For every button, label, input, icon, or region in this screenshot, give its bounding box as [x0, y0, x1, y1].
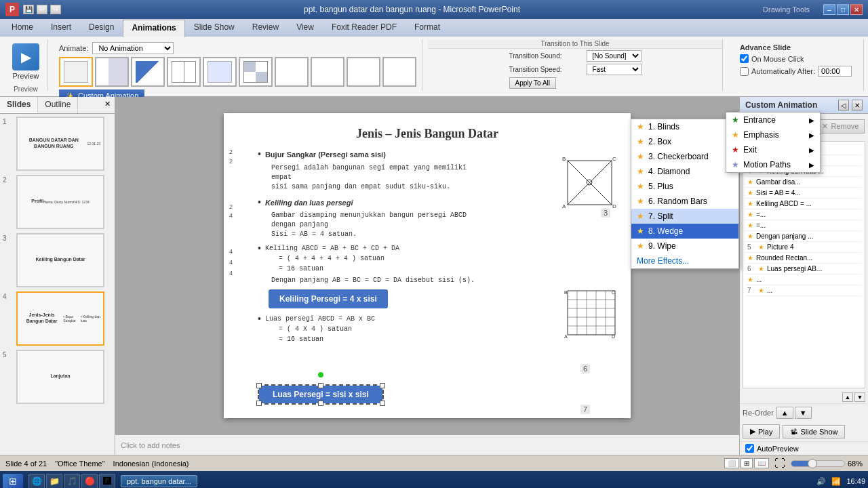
- slide-item-2[interactable]: 2 Profil Nama: Diony Nurmri NIS: 1234: [3, 175, 112, 229]
- preview-button[interactable]: ▶ Preview: [9, 41, 42, 83]
- reading-view-btn[interactable]: 📖: [754, 458, 769, 468]
- quick-save-btn[interactable]: 💾: [23, 5, 34, 14]
- dropdown-diamond[interactable]: ★ 4. Diamond: [631, 164, 738, 179]
- trans-thumb-4[interactable]: [167, 57, 201, 87]
- anim-item-4[interactable]: ★ Gambar disa...: [746, 177, 862, 188]
- anim-item-6[interactable]: ★ Keliling ABCD = ...: [746, 199, 862, 209]
- minimize-btn[interactable]: –: [823, 4, 835, 15]
- normal-view-btn[interactable]: ⬜: [724, 458, 739, 468]
- trans-thumb-9[interactable]: [347, 57, 380, 87]
- maximize-btn[interactable]: □: [837, 4, 849, 15]
- tab-animations[interactable]: Animations: [123, 20, 184, 37]
- remove-btn[interactable]: ✕ Remove: [816, 119, 865, 134]
- dropdown-wipe[interactable]: ★ 9. Wipe: [631, 239, 738, 253]
- trans-thumb-10[interactable]: [382, 57, 416, 87]
- sub-emphasis[interactable]: ★ Emphasis ▶: [726, 127, 820, 142]
- slideshow-status-icon[interactable]: ⛶: [774, 458, 785, 470]
- dropdown-more[interactable]: More Effects...: [631, 253, 738, 268]
- dropdown-checkerboard[interactable]: ★ 3. Checkerboard: [631, 149, 738, 164]
- play-btn[interactable]: ▶ Play: [743, 424, 780, 439]
- taskbar-media[interactable]: 🎵: [64, 474, 80, 488]
- tab-foxit[interactable]: Foxit Reader PDF: [323, 19, 406, 37]
- handle-br[interactable]: [380, 401, 385, 406]
- trans-thumb-2[interactable]: [95, 57, 129, 87]
- handle-tl[interactable]: [256, 383, 262, 388]
- sub-entrance[interactable]: ★ Entrance ▶: [726, 113, 820, 127]
- taskbar-explorer[interactable]: 📁: [46, 474, 62, 488]
- handle-tc[interactable]: [318, 383, 323, 388]
- dropdown-split[interactable]: ★ 7. Split: [631, 209, 738, 224]
- speed-select[interactable]: Fast Medium Slow: [587, 64, 642, 75]
- slide-item-4[interactable]: 4 Jenis-Jenis Bangun Datar • Bujur Sangk…: [3, 291, 112, 346]
- sub-motionpaths[interactable]: ★ Motion Paths ▶: [726, 157, 820, 172]
- selected-element[interactable]: Luas Persegi = sisi x sisi: [258, 384, 384, 405]
- slide-item-1[interactable]: 1 BANGUN DATAR DAN BANGUN RUANG 12.01.23: [3, 117, 112, 171]
- sound-select[interactable]: [No Sound]: [587, 50, 642, 62]
- panel-close-btn[interactable]: ✕: [852, 100, 863, 110]
- dropdown-box[interactable]: ★ 2. Box: [631, 134, 738, 149]
- taskbar-calc[interactable]: 🔴: [81, 474, 98, 488]
- slide-item-3[interactable]: 3 Keliling Bangun Datar: [3, 233, 112, 287]
- auto-after-checkbox[interactable]: [740, 67, 749, 76]
- scroll-up-btn[interactable]: ▲: [842, 392, 853, 402]
- handle-bl[interactable]: [256, 401, 262, 406]
- trans-thumb-5[interactable]: [203, 57, 237, 87]
- slideshow-btn[interactable]: 📽 Slide Show: [783, 425, 845, 439]
- taskbar-ppt[interactable]: 🅿: [99, 474, 115, 488]
- rotate-handle[interactable]: [318, 372, 323, 378]
- anim-item-8[interactable]: ★ =...: [746, 220, 862, 231]
- animate-select[interactable]: No Animation Fade Wipe: [92, 42, 174, 54]
- trans-thumb-6[interactable]: [239, 57, 273, 87]
- trans-thumb-7[interactable]: [275, 57, 309, 87]
- trans-thumb-3[interactable]: [131, 57, 165, 87]
- sub-exit[interactable]: ★ Exit ▶: [726, 142, 820, 157]
- reorder-down-btn[interactable]: ▼: [795, 407, 812, 419]
- apply-all-btn[interactable]: Apply To All: [509, 77, 557, 89]
- anim-item-7[interactable]: ★ =...: [746, 209, 862, 220]
- start-button[interactable]: ⊞: [3, 474, 23, 488]
- anim-item-9[interactable]: ★ Dengan panjang ...: [746, 231, 862, 242]
- scroll-down-btn[interactable]: ▼: [854, 392, 865, 402]
- dropdown-wedge[interactable]: ★ 8. Wedge: [631, 224, 738, 239]
- tab-review[interactable]: Review: [243, 19, 288, 37]
- anim-item-14[interactable]: 7 ★ ...: [746, 285, 862, 296]
- anim-item-13[interactable]: ★ ...: [746, 274, 862, 285]
- anim-star-9: ★: [747, 232, 753, 240]
- reorder-up-btn[interactable]: ▲: [776, 407, 793, 419]
- tab-format[interactable]: Format: [406, 19, 449, 37]
- redo-btn[interactable]: ↪: [50, 5, 61, 14]
- anim-item-10[interactable]: 5 ★ Picture 4: [746, 242, 862, 253]
- panel-resize-btn[interactable]: ◁: [838, 100, 849, 110]
- handle-bc[interactable]: [318, 401, 323, 406]
- taskbar-ie[interactable]: 🌐: [28, 474, 45, 488]
- notes-bar[interactable]: Click to add notes: [115, 434, 739, 455]
- zoom-handle[interactable]: [808, 459, 817, 468]
- panel-close-btn[interactable]: ✕: [100, 97, 115, 113]
- slide-item-5[interactable]: 5 Lanjutan: [3, 350, 112, 404]
- mouse-click-checkbox[interactable]: [740, 54, 749, 63]
- dropdown-plus[interactable]: ★ 5. Plus: [631, 179, 738, 194]
- autopreview-checkbox[interactable]: [745, 444, 754, 453]
- anim-item-11[interactable]: ★ Rounded Rectan...: [746, 253, 862, 264]
- tab-outline[interactable]: Outline: [38, 97, 78, 113]
- tab-slides[interactable]: Slides: [0, 97, 38, 113]
- auto-after-input[interactable]: [818, 66, 852, 77]
- dropdown-blinds[interactable]: ★ 1. Blinds: [631, 119, 738, 134]
- trans-thumb-8[interactable]: [311, 57, 344, 87]
- close-btn[interactable]: ✕: [850, 4, 863, 15]
- tab-home[interactable]: Home: [3, 19, 42, 37]
- undo-btn[interactable]: ↩: [37, 5, 47, 14]
- tab-slideshow[interactable]: Slide Show: [185, 19, 243, 37]
- slideshow-status-btn[interactable]: ⛶: [774, 458, 785, 470]
- handle-tr[interactable]: [380, 383, 385, 388]
- tab-design[interactable]: Design: [80, 19, 123, 37]
- slide-sorter-btn[interactable]: ⊞: [741, 458, 753, 468]
- taskbar-active-ppt[interactable]: ppt. bangun datar...: [121, 475, 197, 487]
- tab-insert[interactable]: Insert: [42, 19, 80, 37]
- trans-thumb-1[interactable]: [59, 57, 93, 87]
- dropdown-randombars[interactable]: ★ 6. Random Bars: [631, 194, 738, 209]
- anim-item-12[interactable]: 6 ★ Luas persegi AB...: [746, 264, 862, 274]
- zoom-slider[interactable]: [791, 460, 845, 467]
- anim-item-5[interactable]: ★ Sisi = AB = 4...: [746, 188, 862, 199]
- tab-view[interactable]: View: [288, 19, 323, 37]
